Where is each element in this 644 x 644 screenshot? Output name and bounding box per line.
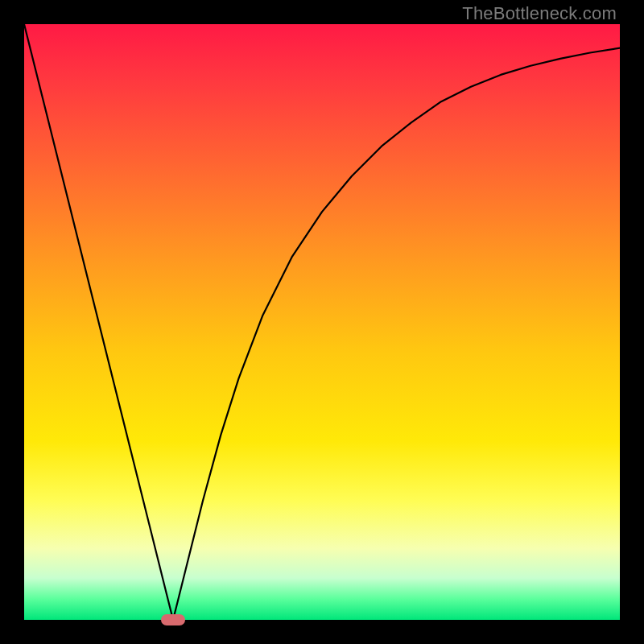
watermark-text: TheBottleneck.com (462, 3, 617, 24)
chart-background (24, 24, 620, 620)
chart-canvas (24, 24, 620, 620)
chart-frame (24, 24, 620, 620)
optimal-marker (161, 614, 185, 625)
